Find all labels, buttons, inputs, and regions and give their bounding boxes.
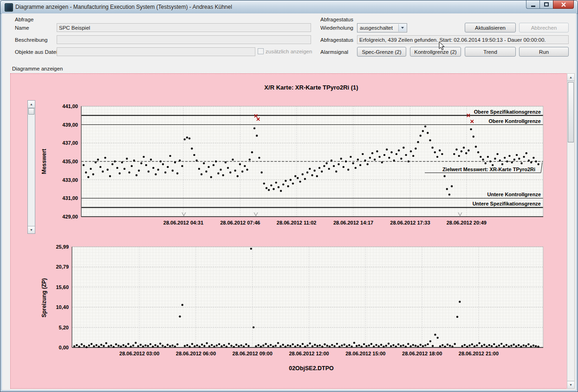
scrollbar-up-button[interactable]: ▲ [567,74,574,81]
maximize-icon [544,2,549,6]
mouse-cursor [439,41,445,51]
section-label-diagramme: Diagramme anzeigen [12,66,63,71]
svg-text:28.06.2012 12:00: 28.06.2012 12:00 [289,351,329,356]
svg-text:20,79: 20,79 [56,264,69,270]
down-arrow-icon: ▼ [569,383,572,386]
aktualisieren-button[interactable]: Aktualisieren [465,23,516,32]
kontrollgrenze-button[interactable]: Kontrollgrenze (2) [410,47,461,57]
slider-thumb[interactable] [28,108,34,115]
titlebar[interactable]: Diagramme anzeigen - Manufacturing Execu… [0,0,578,14]
group-label-abfrage: Abfrage [15,17,33,22]
svg-text:439,00: 439,00 [62,122,78,128]
wiederholung-label: Wiederholung [320,25,353,31]
close-button[interactable] [553,0,574,9]
down-arrow-icon: ▼ [30,228,33,231]
up-arrow-icon: ▲ [569,76,572,79]
svg-text:28.06.2012 03:00: 28.06.2012 03:00 [119,351,159,356]
wiederholung-value: ausgeschaltet [360,25,393,31]
wiederholung-dropdown[interactable]: ausgeschaltet [357,23,407,32]
minimize-button[interactable] [526,0,539,9]
svg-text:0,00: 0,00 [59,345,69,350]
spreizung-chart: 25,9920,7915,6010,405,200,0028.06.2012 0… [39,241,554,362]
group-label-abfragestatus: Abfragestatus [320,17,353,22]
svg-text:5,20: 5,20 [59,325,69,330]
name-label: Name [15,25,29,31]
x-axis-title: 02ObjSE2.DTPO [80,365,542,372]
run-button[interactable]: Run [519,47,569,57]
svg-text:433,00: 433,00 [62,177,78,183]
svg-text:437,00: 437,00 [62,140,78,146]
slider-up-button[interactable]: ▲ [28,101,35,108]
name-input[interactable] [57,23,311,32]
dropdown-arrow-box[interactable] [398,24,406,32]
scrollbar-down-button[interactable]: ▼ [567,381,574,388]
window-title: Diagramme anzeigen - Manufacturing Execu… [15,4,232,10]
maximize-button[interactable] [539,0,553,9]
caption-buttons [526,0,574,9]
chevron-down-icon [401,27,404,29]
trend-button[interactable]: Trend [465,47,516,57]
svg-text:Obere Kontrollgrenze: Obere Kontrollgrenze [489,118,541,124]
scrollbar-thumb[interactable] [568,82,574,142]
svg-text:431,00: 431,00 [62,195,78,201]
svg-text:28.06.2012 14:17: 28.06.2012 14:17 [333,220,373,225]
svg-text:28.06.2012 17:33: 28.06.2012 17:33 [390,220,430,225]
zusaetzlich-anzeigen-checkbox[interactable] [258,48,264,54]
svg-text:25,99: 25,99 [56,244,69,250]
vertical-scrollbar[interactable]: ▲ ▼ [567,73,575,389]
svg-text:10,40: 10,40 [56,304,69,310]
svg-text:Obere Spezifikationsgrenze: Obere Spezifikationsgrenze [474,109,541,115]
beschreibung-input[interactable] [57,35,311,44]
chart-vertical-slider[interactable]: ▲ ▼ [27,100,35,234]
abbrechen-button[interactable]: Abbrechen [519,23,569,32]
svg-text:28.06.2012 07:46: 28.06.2012 07:46 [220,220,260,225]
svg-text:28.06.2012 04:31: 28.06.2012 04:31 [163,220,203,225]
abfragestatus-label: Abfragestatus [320,37,353,43]
chart-title: X/R Karte: XR-Karte TPyro2Ri (1) [80,84,542,91]
svg-text:28.06.2012 11:02: 28.06.2012 11:02 [277,220,317,225]
diagram-panel: X/R Karte: XR-Karte TPyro2Ri (1) ▲ ▼ Mes… [10,73,567,389]
svg-text:28.06.2012 20:49: 28.06.2012 20:49 [447,220,487,225]
minimize-icon [531,6,535,7]
objekte-aus-datei-label: Objekte aus Datei [15,49,57,55]
svg-text:Untere Kontrollgrenze: Untere Kontrollgrenze [487,192,541,197]
slider-down-button[interactable]: ▼ [28,226,35,233]
svg-text:429,00: 429,00 [62,214,78,219]
alarmsignal-label: Alarmsignal [320,49,348,55]
objekte-aus-datei-input[interactable] [57,47,255,56]
app-icon [5,3,13,12]
svg-text:441,00: 441,00 [62,103,78,109]
svg-text:Zielwert Messwert: XR-Karte TP: Zielwert Messwert: XR-Karte TPyro2Ri [442,167,535,172]
abfragestatus-value-field [357,35,569,44]
up-arrow-icon: ▲ [30,103,33,106]
svg-text:28.06.2012 18:00: 28.06.2012 18:00 [402,351,442,356]
spec-grenze-button[interactable]: Spec-Grenze (2) [357,47,406,57]
svg-text:28.06.2012 15:00: 28.06.2012 15:00 [345,351,385,356]
client-area: Abfrage Name Beschreibung Objekte aus Da… [2,13,576,390]
beschreibung-label: Beschreibung [15,37,47,43]
svg-text:Untere Spezifikationsgrenze: Untere Spezifikationsgrenze [473,201,541,206]
svg-text:28.06.2012 21:00: 28.06.2012 21:00 [459,351,499,356]
close-icon [561,2,566,7]
svg-text:435,00: 435,00 [62,159,78,164]
zusaetzlich-anzeigen-label: zusätzlich anzeigen [266,49,312,54]
app-window: Diagramme anzeigen - Manufacturing Execu… [0,0,578,392]
svg-text:15,60: 15,60 [56,284,69,290]
svg-text:28.06.2012 09:00: 28.06.2012 09:00 [233,351,273,356]
svg-text:28.06.2012 06:00: 28.06.2012 06:00 [176,351,216,356]
xr-chart: 441,00439,00437,00435,00433,00431,00429,… [39,98,554,238]
